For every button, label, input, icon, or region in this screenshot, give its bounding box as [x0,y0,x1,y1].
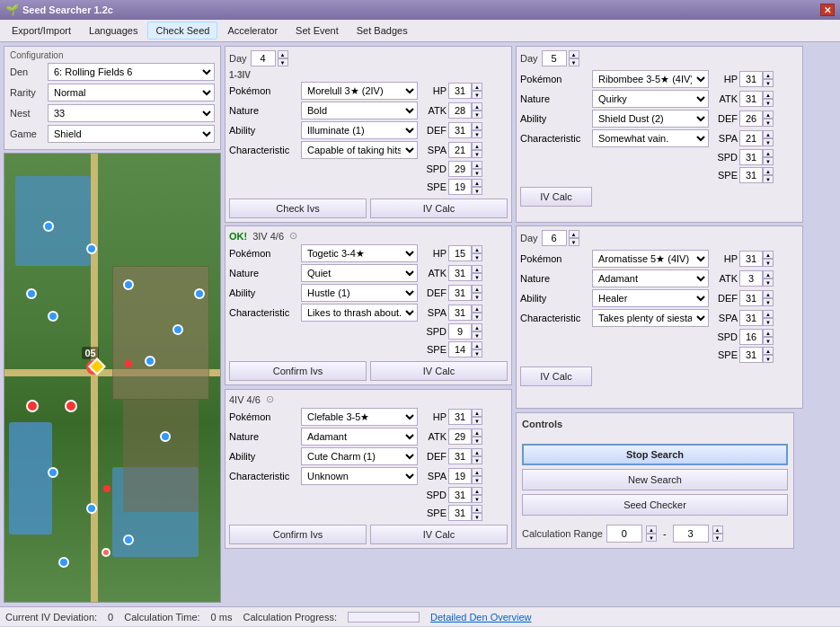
nest-select[interactable]: 33 [48,104,215,122]
day6-def-up[interactable]: ▲ [763,290,774,298]
4iv-spa-up[interactable]: ▲ [472,468,482,476]
day5-atk-up[interactable]: ▲ [763,91,774,99]
ok-char-select[interactable]: Likes to thrash about... [301,304,418,322]
day4-def-up[interactable]: ▲ [472,122,482,130]
day6-def-down[interactable]: ▼ [763,298,774,306]
ok-spe-input[interactable] [448,341,472,358]
close-button[interactable]: ✕ [820,4,835,16]
day4-hp-input[interactable] [448,83,472,99]
day4-day-input[interactable] [251,50,276,66]
day6-iv-calc-button[interactable]: IV Calc [520,366,592,386]
ok-atk-down[interactable]: ▼ [472,273,482,281]
ok-def-up[interactable]: ▲ [472,285,482,293]
day5-spd-down[interactable]: ▼ [763,157,774,165]
ok-ability-select[interactable]: Hustle (1) [301,284,418,302]
day5-day-input[interactable] [542,50,567,66]
day5-spd-input[interactable] [739,149,763,165]
day6-char-select[interactable]: Takes plenty of siestas... [592,309,709,327]
detailed-den-overview-link[interactable]: Detailed Den Overview [430,612,532,623]
ok-spe-down[interactable]: ▼ [472,349,482,358]
4iv-spe-down[interactable]: ▼ [472,513,482,521]
day4-nature-select[interactable]: Bold [301,102,418,119]
ok-spd-input[interactable] [448,323,472,340]
menu-set-event[interactable]: Set Event [287,22,347,40]
den-select[interactable]: 6: Rolling Fields 6 [48,63,215,81]
4iv-char-select[interactable]: Unknown [301,467,418,485]
day4-def-down[interactable]: ▼ [472,130,482,138]
ok-spa-up[interactable]: ▲ [472,305,482,313]
4iv-spa-down[interactable]: ▼ [472,476,482,484]
ok-atk-input[interactable] [448,265,472,281]
day5-spa-up[interactable]: ▲ [763,130,774,138]
day5-hp-input[interactable] [739,71,763,87]
4iv-ability-select[interactable]: Cute Charm (1) [301,447,418,465]
day6-ability-select[interactable]: Healer [592,289,709,307]
day4-hp-down[interactable]: ▼ [472,91,482,99]
day4-def-input[interactable] [448,122,472,138]
day4-check-ivs-button[interactable]: Check Ivs [229,199,367,218]
day5-ability-select[interactable]: Shield Dust (2) [592,110,709,128]
day4-spa-down[interactable]: ▼ [472,150,482,158]
4iv-spd-down[interactable]: ▼ [472,495,482,503]
day6-atk-up[interactable]: ▲ [763,270,774,278]
day5-hp-up[interactable]: ▲ [763,71,774,79]
ok-iv-calc-button[interactable]: IV Calc [370,361,508,381]
day6-hp-up[interactable]: ▲ [763,251,774,259]
day4-spd-input[interactable] [448,161,472,177]
day5-nature-select[interactable]: Quirky [592,90,709,108]
4iv-iv-calc-button[interactable]: IV Calc [370,525,508,544]
4iv-nature-select[interactable]: Adamant [301,428,418,446]
menu-languages[interactable]: Languages [81,22,146,40]
ok-hp-down[interactable]: ▼ [472,253,482,261]
4iv-hp-down[interactable]: ▼ [472,417,482,425]
day4-day-up[interactable]: ▲ [278,50,288,58]
day5-atk-down[interactable]: ▼ [763,99,774,107]
4iv-def-up[interactable]: ▲ [472,448,482,456]
day5-day-up[interactable]: ▲ [569,50,579,58]
day6-spd-input[interactable] [739,329,763,345]
ok-spe-up[interactable]: ▲ [472,341,482,349]
day6-spd-down[interactable]: ▼ [763,337,774,345]
day5-atk-input[interactable] [739,91,763,107]
day6-spa-input[interactable] [739,310,763,326]
day4-atk-input[interactable] [448,102,472,119]
day4-atk-down[interactable]: ▼ [472,110,482,119]
range-to-input[interactable] [673,525,709,543]
4iv-spd-input[interactable] [448,487,472,503]
day6-atk-input[interactable] [739,270,763,287]
new-search-button[interactable]: New Search [522,469,788,490]
day4-hp-up[interactable]: ▲ [472,83,482,91]
day4-spe-down[interactable]: ▼ [472,187,482,195]
menu-check-seed[interactable]: Check Seed [147,22,217,40]
4iv-confirm-ivs-button[interactable]: Confirm Ivs [229,525,367,544]
4iv-pokemon-select[interactable]: Clefable 3-5★ [301,408,418,426]
game-select[interactable]: Shield [48,125,215,143]
ok-nature-select[interactable]: Quiet [301,264,418,282]
range-to-down[interactable]: ▼ [712,534,723,542]
day6-hp-input[interactable] [739,251,763,267]
day5-spe-up[interactable]: ▲ [763,167,774,175]
4iv-atk-up[interactable]: ▲ [472,428,482,437]
range-from-up[interactable]: ▲ [646,525,657,534]
4iv-def-input[interactable] [448,448,472,464]
day6-spa-down[interactable]: ▼ [763,318,774,326]
ok-hp-up[interactable]: ▲ [472,245,482,253]
day6-spe-input[interactable] [739,347,763,363]
day4-iv-calc-button[interactable]: IV Calc [370,199,508,218]
seed-checker-button[interactable]: Seed Checker [522,494,788,516]
rarity-select[interactable]: Normal [48,84,215,102]
day4-spa-input[interactable] [448,142,472,158]
day5-spe-input[interactable] [739,167,763,183]
day4-atk-up[interactable]: ▲ [472,102,482,110]
day4-spe-input[interactable] [448,179,472,195]
day6-day-input[interactable] [542,230,567,246]
ok-atk-up[interactable]: ▲ [472,265,482,273]
day5-char-select[interactable]: Somewhat vain. [592,129,709,147]
day6-spe-down[interactable]: ▼ [763,355,774,363]
4iv-spe-input[interactable] [448,505,472,521]
day5-hp-down[interactable]: ▼ [763,79,774,87]
day5-def-down[interactable]: ▼ [763,119,774,127]
day5-spd-up[interactable]: ▲ [763,149,774,157]
4iv-def-down[interactable]: ▼ [472,456,482,464]
4iv-atk-input[interactable] [448,428,472,445]
